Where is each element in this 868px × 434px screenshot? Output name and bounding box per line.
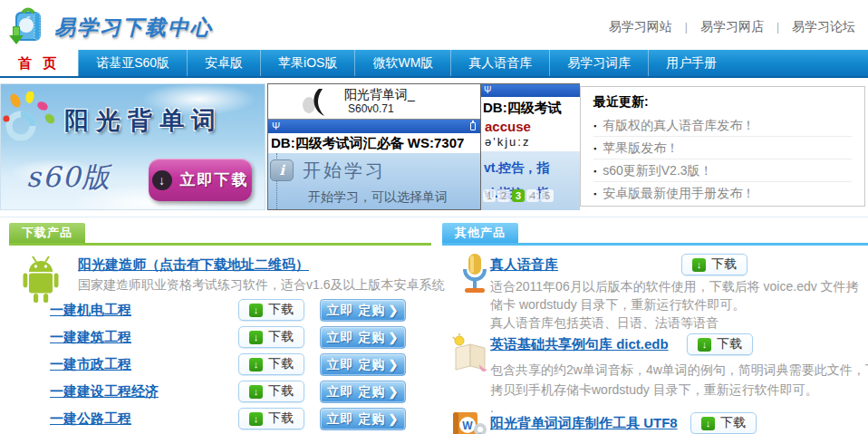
download-icon: ↓ xyxy=(701,417,715,430)
recent-update-item[interactable]: ▪有版权的真人语音库发布！ xyxy=(593,114,852,137)
download-button[interactable]: ↓下载 xyxy=(238,326,304,348)
chevron-right-icon: ❯ xyxy=(388,385,399,399)
product-title-link[interactable]: 阳光建造师（点击有下载地址二维码） xyxy=(78,256,309,274)
voice-lib-title-link[interactable]: 真人语音库 xyxy=(490,256,558,274)
course-link[interactable]: 一建市政工程 xyxy=(50,356,131,373)
voice-lib-description-line: 适合2011年06月以后版本的软件使用，下载后将 voice.edv 文件拷 xyxy=(490,277,859,295)
promo-banner[interactable]: 阳光背单词 s60版 ↓ 立即下载 xyxy=(0,83,265,210)
download-button[interactable]: ↓下载 xyxy=(238,353,304,375)
download-icon: ↓ xyxy=(249,304,263,317)
order-button[interactable]: 立即 定购❯ xyxy=(320,326,406,349)
top-link-website[interactable]: 易学习网站 xyxy=(609,19,672,34)
order-label: 立即 定购 xyxy=(327,330,386,344)
bullet-icon: ▪ xyxy=(593,189,596,198)
recent-update-text: 安卓版最新使用手册发布！ xyxy=(603,186,755,200)
download-button[interactable]: ↓下载 xyxy=(687,333,753,355)
screenshot-app-word: Ψ DB:四级考试 accuse ə'kju:z vt.控告，指 vi.指控，指… xyxy=(481,83,580,210)
nav-tab-dict-lib[interactable]: 易学习词库 xyxy=(549,50,648,76)
course-link[interactable]: 一建建设工程经济 xyxy=(50,383,159,400)
dict-tool-title-link[interactable]: 阳光背单词词库制作工具 UTF8 xyxy=(490,415,678,432)
downloads-section-tab: 下载产品 xyxy=(9,223,85,243)
recent-updates-title: 最近更新: xyxy=(593,94,852,114)
download-label: 下载 xyxy=(711,256,737,273)
banner-download-button[interactable]: ↓ 立即下载 xyxy=(149,159,252,201)
antenna-icon: Ψ xyxy=(272,120,280,133)
page-number-active: 3 xyxy=(512,189,525,202)
nav-tab-voice-lib[interactable]: 真人语音库 xyxy=(450,50,549,76)
banner-edition: s60版 xyxy=(26,159,111,197)
download-icon: ↓ xyxy=(249,385,263,399)
download-arrow-icon: ↓ xyxy=(152,170,172,190)
recent-update-text: 有版权的真人语音库发布！ xyxy=(603,118,755,132)
download-row: 一建公路工程 ↓下载 立即 定购❯ xyxy=(0,408,433,431)
chevron-right-icon: ❯ xyxy=(388,331,399,344)
pagination: 1 2 3 4 5 xyxy=(483,189,554,202)
order-label: 立即 定购 xyxy=(327,411,386,426)
db-info-line: DB:四级考试 xyxy=(481,97,580,119)
nav-tab-ios[interactable]: 苹果iOS版 xyxy=(260,50,354,76)
top-links: 易学习网站|易学习网店|易学习论坛 xyxy=(609,19,855,35)
example-lib-description-line: . xyxy=(490,399,494,417)
download-button[interactable]: ↓下载 xyxy=(238,381,304,402)
order-button[interactable]: 立即 定购❯ xyxy=(320,353,406,376)
others-section-tab: 其他产品 xyxy=(442,223,518,243)
downloads-section-header: 下载产品 xyxy=(9,223,431,246)
db-info-line: DB:四级考试词汇必备 WS:7307 xyxy=(268,133,480,153)
order-button[interactable]: 立即 定购❯ xyxy=(320,408,406,430)
download-button[interactable]: ↓下载 xyxy=(238,299,304,321)
nav-tab-wm[interactable]: 微软WM版 xyxy=(354,50,450,76)
word-meanings: vt.控告，指 vi.指控，指 1 2 3 4 5 xyxy=(481,151,580,210)
top-link-forum[interactable]: 易学习论坛 xyxy=(792,19,855,34)
flower-logo-icon xyxy=(3,92,61,153)
download-row: 一建机电工程 ↓下载 立即 定购❯ xyxy=(0,299,433,323)
download-icon: ↓ xyxy=(249,412,263,426)
top-link-shop[interactable]: 易学习网店 xyxy=(700,19,764,34)
recent-update-item[interactable]: ▪s60更新到V2.3版！ xyxy=(593,159,852,182)
app-menu: i 开始学习 开始学习，可以选择单词 xyxy=(268,153,480,209)
download-button[interactable]: ↓下载 xyxy=(238,408,304,429)
nav-tab-home[interactable]: 首 页 xyxy=(0,50,78,76)
download-label: 下载 xyxy=(268,410,294,427)
download-icon: ↓ xyxy=(692,258,706,272)
recent-update-item[interactable]: ▪安卓版最新使用手册发布！ xyxy=(593,182,852,205)
nav-tab-manual[interactable]: 用户手册 xyxy=(648,50,734,76)
recent-update-item[interactable]: ▪苹果版发布！ xyxy=(593,137,852,159)
order-button[interactable]: 立即 定购❯ xyxy=(320,381,406,403)
info-icon: i xyxy=(270,159,294,181)
order-label: 立即 定购 xyxy=(327,303,386,317)
example-lib-description-line: 包含共享的约2w单词音标，4w单词的例句，简明词典需要此文件，下 xyxy=(490,361,868,379)
download-button[interactable]: ↓下载 xyxy=(690,412,757,434)
antenna-icon: Ψ xyxy=(484,84,491,97)
nav-tab-android[interactable]: 安卓版 xyxy=(187,50,260,76)
book-lightbulb-icon xyxy=(450,333,490,375)
example-lib-title-link[interactable]: 英语基础共享例句库 dict.edb xyxy=(490,336,669,353)
banner-download-label: 立即下载 xyxy=(180,169,249,190)
chevron-right-icon: ❯ xyxy=(388,358,399,371)
word-phonetic: ə'kju:z xyxy=(481,135,580,151)
page-number: 1 xyxy=(483,189,496,202)
chevron-right-icon: ❯ xyxy=(388,304,399,317)
top-bar: 易学习下载中心 易学习网站|易学习网店|易学习论坛 xyxy=(0,0,868,50)
others-section-header: 其他产品 xyxy=(442,223,868,246)
order-button[interactable]: 立即 定购❯ xyxy=(320,299,406,322)
download-icon: ↓ xyxy=(698,338,711,352)
download-button[interactable]: ↓下载 xyxy=(681,254,747,275)
nav-tab-nokia-s60[interactable]: 诺基亚S60版 xyxy=(78,50,187,76)
bullet-icon: ▪ xyxy=(593,121,596,130)
screenshot-app-main: 阳光背单词_ S60v0.71 Ψ DB:四级考试词汇必备 WS:7307 i … xyxy=(267,83,481,210)
course-link[interactable]: 一建机电工程 xyxy=(50,302,131,319)
battery-icon xyxy=(470,122,476,130)
link-separator: | xyxy=(672,21,700,34)
bullet-icon: ▪ xyxy=(593,144,596,153)
recent-updates-panel: 最近更新: ▪有版权的真人语音库发布！ ▪苹果版发布！ ▪s60更新到V2.3版… xyxy=(580,86,865,207)
download-row: 一建建设工程经济 ↓下载 立即 定购❯ xyxy=(0,381,433,404)
divider xyxy=(0,217,868,217)
course-link[interactable]: 一建公路工程 xyxy=(50,410,131,428)
download-label: 下载 xyxy=(717,336,742,352)
order-label: 立即 定购 xyxy=(327,357,386,371)
word-headline: accuse xyxy=(481,119,580,135)
voice-lib-description-line: 储卡 wordstudy 目录下，重新运行软件即可。 xyxy=(490,295,746,313)
schoolbag-logo-icon xyxy=(7,5,49,50)
download-icon: ↓ xyxy=(249,331,263,344)
course-link[interactable]: 一建建筑工程 xyxy=(50,329,131,346)
